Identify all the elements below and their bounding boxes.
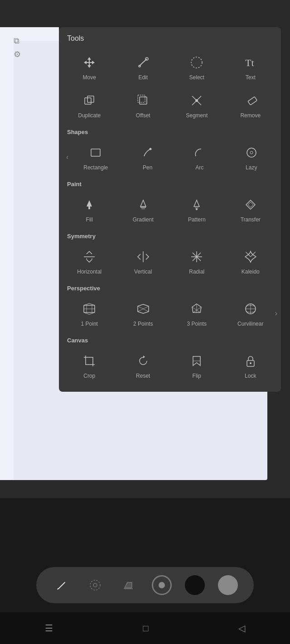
tool-select[interactable]: Select — [170, 48, 224, 86]
chevron-left-icon[interactable]: ‹ — [63, 149, 72, 165]
tool-flip[interactable]: Flip — [170, 346, 224, 384]
kaleido-label: Kaleido — [242, 269, 260, 275]
radial-label: Radial — [189, 269, 204, 275]
section-shapes: Shapes — [63, 124, 277, 138]
tools-grid-canvas: Crop Reset Flip — [63, 346, 277, 384]
text-icon: Tt — [242, 53, 260, 72]
pen-icon — [139, 144, 157, 162]
tool-kaleido[interactable]: Kaleido — [224, 242, 278, 280]
svg-point-13 — [149, 148, 151, 150]
text-label: Text — [246, 74, 256, 81]
section-canvas: Canvas — [63, 332, 277, 346]
tool-horizontal[interactable]: Horizontal — [63, 242, 116, 280]
tool-pen[interactable]: Pen — [122, 138, 174, 176]
tool-text[interactable]: Tt Text — [224, 48, 278, 86]
adjust-tool-button[interactable] — [85, 575, 105, 595]
svg-point-19 — [196, 208, 198, 210]
svg-rect-5 — [87, 96, 94, 102]
tool-2points[interactable]: 2 Points — [116, 294, 170, 332]
tool-crop[interactable]: Crop — [63, 346, 116, 384]
tools-panel: Tools Move Edit — [59, 27, 281, 392]
tool-remove[interactable]: Remove — [224, 86, 278, 124]
lock-label: Lock — [245, 373, 256, 379]
color-black-button[interactable] — [185, 575, 205, 595]
svg-point-15 — [250, 151, 253, 154]
tool-arc[interactable]: Arc — [174, 138, 226, 176]
tool-reset[interactable]: Reset — [116, 346, 170, 384]
lazy-icon — [242, 144, 261, 162]
svg-marker-53 — [125, 582, 132, 588]
panel-title: Tools — [63, 34, 277, 48]
tool-3points[interactable]: 3 Points — [170, 294, 224, 332]
tool-edit[interactable]: Edit — [116, 48, 170, 86]
2points-icon — [134, 300, 152, 318]
tool-transfer[interactable]: Transfer — [224, 190, 278, 228]
tool-vertical[interactable]: Vertical — [116, 242, 170, 280]
section-perspective: Perspective — [63, 280, 277, 294]
vertical-label: Vertical — [134, 269, 152, 275]
select-icon — [188, 53, 206, 72]
svg-rect-4 — [85, 98, 91, 104]
curvilinear-label: Curvilinear — [237, 321, 263, 327]
offset-label: Offset — [136, 112, 150, 119]
kaleido-icon — [242, 248, 260, 266]
tool-offset[interactable]: Offset — [116, 86, 170, 124]
svg-text:Tt: Tt — [245, 57, 254, 68]
move-label: Move — [83, 74, 96, 81]
section-paint: Paint — [63, 176, 277, 190]
nav-menu-icon[interactable]: ☰ — [45, 623, 53, 634]
settings-icon[interactable]: ⚙ — [14, 49, 21, 59]
lazy-label: Lazy — [246, 164, 257, 171]
remove-label: Remove — [240, 112, 261, 119]
svg-point-10 — [195, 99, 198, 102]
eraser-tool-button[interactable] — [118, 575, 138, 595]
tool-duplicate[interactable]: Duplicate — [63, 86, 116, 124]
nav-home-icon[interactable]: □ — [143, 623, 148, 634]
gradient-label: Gradient — [133, 216, 154, 223]
top-bar: ⧉ ⚙ — [14, 36, 21, 59]
crop-icon — [80, 352, 98, 370]
tool-segment[interactable]: Segment — [170, 86, 224, 124]
rectangle-label: Rectangle — [83, 164, 108, 171]
select-label: Select — [189, 74, 204, 81]
section-symmetry: Symmetry — [63, 228, 277, 242]
1point-label: 1 Point — [81, 321, 98, 327]
tools-grid-perspective: 1 Point 2 Points — [63, 294, 277, 332]
tool-1point[interactable]: 1 Point — [63, 294, 116, 332]
tool-gradient[interactable]: Gradient — [116, 190, 170, 228]
1point-icon — [80, 300, 98, 318]
chevron-right-icon[interactable]: › — [271, 306, 281, 321]
tool-lazy[interactable]: Lazy — [226, 138, 278, 176]
reset-label: Reset — [136, 373, 150, 379]
tool-fill[interactable]: Fill — [63, 190, 116, 228]
shapes-row: ‹ Rectangle Pen — [63, 138, 277, 176]
tools-grid-row1: Move Edit Select Tt — [63, 48, 277, 86]
transfer-icon — [242, 196, 260, 214]
color-picker-button[interactable] — [152, 575, 172, 595]
curvilinear-icon — [242, 300, 260, 318]
tool-lock[interactable]: Lock — [224, 346, 278, 384]
tool-radial[interactable]: Radial — [170, 242, 224, 280]
svg-line-43 — [193, 307, 201, 312]
tool-move[interactable]: Move — [63, 48, 116, 86]
layers-icon[interactable]: ⧉ — [14, 36, 21, 46]
svg-line-42 — [192, 307, 200, 312]
tool-curvilinear[interactable]: Curvilinear › — [224, 294, 278, 332]
pattern-label: Pattern — [188, 216, 206, 223]
color-gray-button[interactable] — [218, 575, 238, 595]
gradient-icon — [134, 196, 152, 214]
svg-point-52 — [93, 583, 97, 587]
segment-label: Segment — [186, 112, 208, 119]
crop-label: Crop — [83, 373, 95, 379]
svg-point-2 — [191, 57, 202, 68]
lock-icon — [242, 352, 260, 370]
2points-label: 2 Points — [133, 321, 153, 327]
tool-pattern[interactable]: Pattern — [170, 190, 224, 228]
3points-icon — [188, 300, 206, 318]
tools-grid-shapes: Rectangle Pen Arc — [63, 138, 277, 176]
bottom-toolbar — [36, 567, 254, 603]
tool-rectangle[interactable]: Rectangle — [70, 138, 122, 176]
brush-tool-button[interactable] — [52, 575, 72, 595]
transfer-label: Transfer — [241, 216, 261, 223]
nav-back-icon[interactable]: ◁ — [238, 623, 245, 634]
